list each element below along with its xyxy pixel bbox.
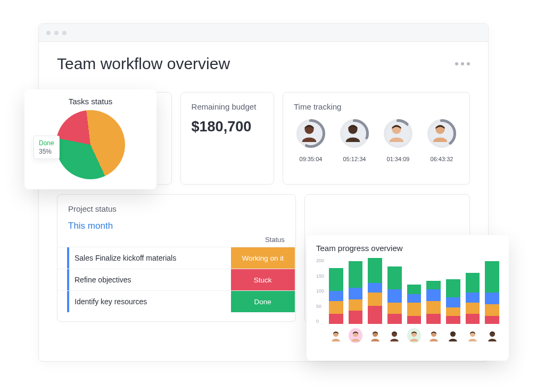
time-tracking-member[interactable]: 06:43:32 [425, 119, 459, 162]
bar-segment [446, 307, 460, 316]
team-member-avatar[interactable] [368, 328, 382, 343]
bar-segment [368, 283, 382, 293]
budget-value: $180,700 [192, 119, 263, 135]
status-badge[interactable]: Done [231, 291, 295, 312]
bar-segment [329, 291, 343, 301]
time-tracking-member[interactable]: 09:35:04 [294, 119, 328, 162]
avatar [386, 122, 410, 145]
bar-segment [466, 314, 480, 324]
avatar [430, 122, 453, 145]
bar-segment [329, 268, 343, 291]
team-progress-title: Team progress overview [316, 244, 499, 253]
task-name: Refine objectives [75, 269, 230, 290]
project-task-row[interactable]: Sales Finalize kickoff materials Working… [57, 247, 295, 269]
progress-bar[interactable] [368, 258, 382, 324]
avatar-progress-ring [340, 119, 369, 148]
project-task-row[interactable]: Refine objectives Stuck [57, 269, 295, 290]
avatar [299, 122, 323, 145]
window-dot [62, 31, 67, 35]
bar-segment [387, 266, 402, 289]
page-title: Team workflow overview [57, 55, 230, 73]
pie-tooltip-value: 35% [39, 147, 54, 156]
bar-segment [349, 299, 363, 311]
avatar-progress-ring [383, 119, 413, 148]
status-badge[interactable]: Working on it [231, 247, 295, 269]
pie-tooltip-label: Done [39, 139, 54, 147]
team-member-avatar[interactable] [426, 328, 441, 343]
progress-bar[interactable] [407, 285, 422, 324]
team-member-avatar[interactable] [407, 328, 422, 343]
bar-segment [446, 316, 460, 324]
team-progress-card: Team progress overview 200150100500 [307, 235, 509, 361]
budget-title: Remaining budget [192, 102, 263, 111]
avatar [343, 122, 366, 145]
window-dot [46, 31, 51, 35]
bar-segment [368, 293, 382, 306]
team-member-avatar[interactable] [387, 328, 402, 343]
window-dot [54, 31, 59, 35]
bar-segment [407, 294, 422, 303]
time-tracking-card: Time tracking 09:35:04 [283, 92, 470, 185]
team-member-avatar[interactable] [446, 328, 460, 343]
team-member-avatar[interactable] [329, 328, 343, 343]
tasks-status-pie: Done 35% [56, 110, 125, 179]
time-value: 01:34:09 [387, 156, 410, 162]
bar-segment [387, 289, 402, 303]
bar-segment [466, 293, 480, 303]
avatar-progress-ring [296, 119, 326, 148]
bar-segment [349, 261, 363, 288]
tasks-status-card: Tasks status Done 35% [24, 89, 156, 189]
project-task-row[interactable]: Identify key resources Done [57, 290, 295, 312]
bar-segment [446, 297, 460, 307]
bar-segment [466, 303, 480, 314]
bar-segment [368, 258, 382, 283]
progress-bar[interactable] [329, 268, 343, 324]
bar-segment [368, 306, 382, 324]
task-name: Sales Finalize kickoff materials [75, 247, 230, 269]
bar-segment [387, 314, 402, 324]
time-tracking-member[interactable]: 05:12:34 [337, 119, 371, 162]
bar-segment [426, 281, 441, 289]
progress-bar[interactable] [426, 281, 441, 324]
progress-bar[interactable] [349, 261, 363, 324]
bar-segment [407, 285, 422, 295]
task-name: Identify key resources [75, 291, 230, 312]
progress-bar[interactable] [485, 261, 499, 324]
bar-segment [426, 301, 441, 314]
time-tracking-title: Time tracking [294, 102, 459, 111]
project-status-card: Project status This month Status Sales F… [57, 194, 296, 322]
bar-segment [485, 293, 499, 304]
time-value: 09:35:04 [300, 156, 323, 162]
team-member-avatar[interactable] [349, 328, 363, 343]
bar-segment [485, 304, 499, 316]
more-menu-button[interactable] [455, 62, 470, 65]
bar-segment [426, 289, 441, 301]
bar-segment [446, 279, 460, 297]
bar-segment [407, 303, 422, 316]
bar-segment [407, 316, 422, 324]
bar-segment [426, 314, 441, 324]
bar-segment [329, 314, 343, 324]
time-value: 05:12:34 [343, 156, 366, 162]
tasks-status-title: Tasks status [33, 97, 148, 106]
project-status-title: Project status [57, 204, 295, 213]
team-member-avatar[interactable] [485, 328, 499, 343]
status-column-header: Status [265, 236, 285, 244]
time-tracking-member[interactable]: 01:34:09 [381, 119, 415, 162]
status-badge[interactable]: Stuck [231, 269, 295, 290]
browser-chrome [39, 24, 488, 42]
progress-bar[interactable] [466, 273, 480, 324]
team-member-avatar[interactable] [466, 328, 480, 343]
bar-segment [329, 301, 343, 314]
bar-segment [387, 303, 402, 314]
project-status-period[interactable]: This month [57, 221, 295, 231]
bar-segment [485, 316, 499, 324]
progress-bar[interactable] [387, 266, 402, 324]
bar-segment [349, 288, 363, 299]
bar-segment [485, 261, 499, 293]
avatar-progress-ring [427, 119, 457, 148]
bar-segment [349, 311, 363, 324]
time-value: 06:43:32 [431, 156, 453, 162]
progress-bar[interactable] [446, 279, 460, 324]
bar-segment [466, 273, 480, 293]
